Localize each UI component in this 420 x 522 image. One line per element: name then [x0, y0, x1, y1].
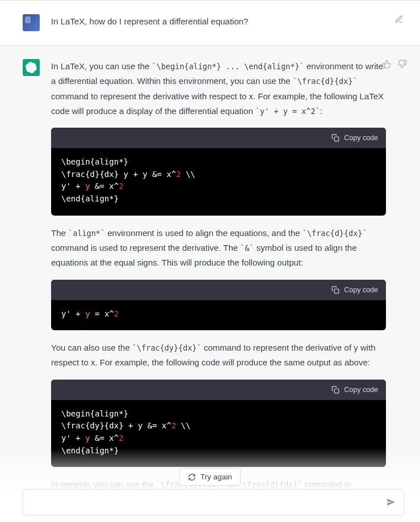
copy-code-button[interactable]: Copy code [331, 286, 378, 294]
assistant-avatar [23, 59, 40, 76]
inline-code: `\frac{d}{dx}` [293, 77, 358, 86]
assistant-p2: The `align*` environment is used to alig… [51, 226, 386, 271]
inline-code: `\frac{dy}{dx}` [132, 343, 201, 352]
svg-rect-0 [334, 137, 339, 141]
assistant-p1: In LaTeX, you can use the `\begin{align*… [51, 59, 386, 119]
user-avatar [23, 14, 40, 31]
thumbs-up-icon[interactable] [381, 59, 392, 69]
chat-page: In LaTeX, how do I represent a different… [0, 0, 420, 522]
inline-code: `&` [240, 243, 254, 252]
code-body: \begin{align*} \frac{d}{dx} y + y &= x^2… [51, 148, 386, 216]
inline-code: `\frac{d}{dx}` [303, 229, 367, 238]
user-message-actions [394, 14, 404, 24]
svg-rect-2 [334, 389, 339, 393]
assistant-content: In LaTeX, you can use the `\begin{align*… [51, 59, 386, 516]
assistant-message: In LaTeX, you can use the `\begin{align*… [0, 45, 420, 522]
copy-code-button[interactable]: Copy code [331, 134, 378, 142]
try-again-label: Try again [200, 473, 232, 481]
code-header: Copy code [51, 280, 386, 300]
code-block-3: Copy code \begin{align*} \frac{dy}{dx} +… [51, 380, 386, 468]
user-text: In LaTeX, how do I represent a different… [51, 16, 248, 26]
message-input-container [23, 489, 404, 515]
message-input[interactable] [30, 498, 385, 507]
code-body: \begin{align*} \frac{dy}{dx} + y &= x^2 … [51, 400, 386, 468]
code-header: Copy code [51, 380, 386, 400]
copy-code-button[interactable]: Copy code [331, 386, 378, 394]
code-body: y' + y = x^2 [51, 300, 386, 331]
copy-label: Copy code [344, 134, 378, 142]
inline-code: `\frac{d}{dx}` [238, 480, 303, 489]
send-icon[interactable] [385, 496, 397, 508]
code-block-1: Copy code \begin{align*} \frac{d}{dx} y … [51, 128, 386, 216]
assistant-feedback-actions [381, 59, 408, 69]
thumbs-down-icon[interactable] [397, 59, 408, 69]
user-message: In LaTeX, how do I represent a different… [0, 1, 420, 45]
edit-icon[interactable] [394, 14, 404, 24]
svg-rect-1 [334, 289, 339, 293]
try-again-button[interactable]: Try again [179, 468, 241, 486]
inline-code: `\begin{align*} ... \end{align*}` [152, 62, 304, 71]
code-block-2: Copy code y' + y = x^2 [51, 280, 386, 331]
inline-code: `align*` [68, 229, 105, 238]
assistant-p3: You can also use the `\frac{dy}{dx}` com… [51, 340, 386, 371]
inline-code: `y' + y = x^2` [255, 107, 320, 116]
code-header: Copy code [51, 128, 386, 148]
copy-label: Copy code [344, 386, 378, 394]
user-message-text: In LaTeX, how do I represent a different… [51, 14, 386, 31]
copy-label: Copy code [344, 286, 378, 294]
